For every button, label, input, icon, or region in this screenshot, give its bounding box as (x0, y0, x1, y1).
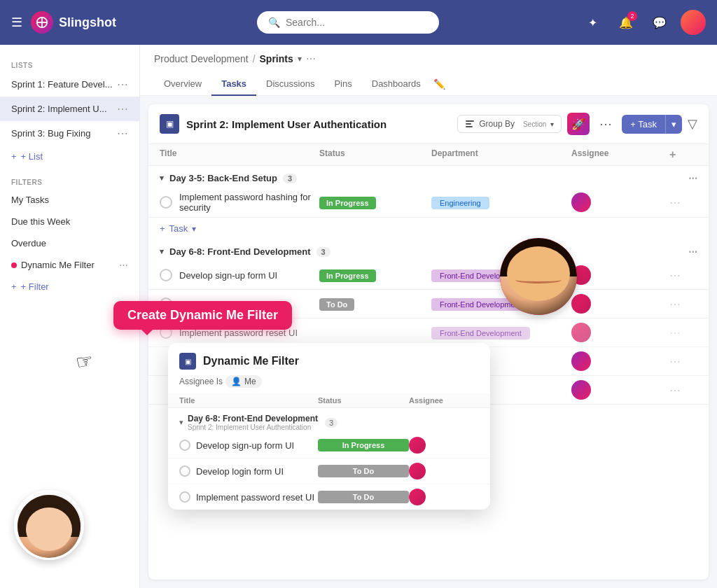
svg-rect-3 (466, 120, 474, 122)
sparkle-button[interactable]: ✦ (580, 10, 605, 35)
search-input[interactable] (286, 17, 428, 28)
filter-more-icon[interactable]: ⋯ (119, 260, 128, 270)
add-task-inline-label: Task (169, 223, 188, 234)
task-assignee (571, 265, 669, 285)
notification-button[interactable]: 🔔 2 (613, 10, 639, 35)
tab-dashboards[interactable]: Dashboards (362, 73, 431, 96)
section-frontend-chevron-icon[interactable]: ▾ (160, 247, 164, 256)
add-filter-label: + Filter (21, 281, 49, 292)
filter-dynamic-me[interactable]: Dynamic Me Filter ⋯ (0, 254, 139, 276)
task-check[interactable] (160, 196, 172, 209)
sprint2-label: Sprint 2: Implement U... (11, 104, 117, 114)
task-assignee (571, 380, 669, 400)
section-backend-name: Day 3-5: Back-End Setup (169, 173, 277, 183)
section-backend-more-icon[interactable]: ⋯ (688, 173, 697, 183)
section-frontend-name: Day 6-8: Front-End Development (169, 246, 311, 257)
filter-popup-icon: ▣ (179, 353, 196, 370)
task-more-icon[interactable]: ⋯ (669, 196, 697, 209)
filter-button[interactable]: ▽ (688, 116, 697, 132)
filter-section-row: ▾ Day 6-8: Front-End Development Sprint … (168, 408, 490, 433)
breadcrumb-current: Sprints (260, 53, 293, 64)
task-assignee (571, 192, 669, 212)
sprint2-more-icon[interactable]: ⋯ (117, 102, 128, 115)
filter-task-row: Implement password reset UI To Do (168, 484, 490, 510)
sprint-more-button[interactable]: ⋯ (595, 113, 616, 134)
group-by-button[interactable]: Group By Section ▾ (457, 115, 562, 133)
breadcrumb: Product Development / Sprints ▾ ⋯ (154, 53, 703, 64)
group-by-label: Group By (479, 119, 515, 129)
female-avatar-face (18, 495, 81, 558)
task-header-right: Group By Section ▾ 🚀 ⋯ + Task ▾ ▽ (457, 113, 697, 135)
filter-due-week[interactable]: Due this Week (0, 211, 139, 232)
filter-popup: ▣ Dynamic Me Filter Assignee Is 👤 Me Tit… (168, 343, 490, 510)
group-by-chevron-icon: ▾ (550, 120, 554, 128)
add-task-inline[interactable]: + Task ▾ (148, 218, 709, 239)
app-name: Slingshot (59, 15, 116, 30)
plus-list-icon: + (11, 151, 17, 162)
logo-area: Slingshot (31, 11, 116, 34)
filter-task-name: Develop sign-up form UI (196, 440, 294, 451)
task-more-icon[interactable]: ⋯ (669, 326, 697, 340)
filter-status-badge: In Progress (318, 439, 409, 451)
section-chevron-icon[interactable]: ▾ (160, 174, 164, 183)
section-frontend-count: 3 (316, 247, 330, 257)
status-badge-in-progress: In Progress (319, 197, 376, 209)
add-list-button[interactable]: + + List (0, 146, 139, 167)
add-task-label[interactable]: + Task (622, 115, 665, 134)
tab-pins[interactable]: Pins (324, 73, 361, 96)
filter-dot-icon (11, 262, 17, 268)
filter-check[interactable] (179, 491, 190, 503)
breadcrumb-parent[interactable]: Product Development (154, 53, 249, 64)
hamburger-icon[interactable]: ☰ (11, 15, 22, 30)
filter-task-name-cell: Develop sign-up form UI (179, 440, 318, 451)
sidebar-item-sprint1[interactable]: Sprint 1: Feature Devel... ⋯ (0, 72, 139, 97)
task-more-icon[interactable]: ⋯ (669, 269, 697, 282)
rocket-button[interactable]: 🚀 (567, 113, 590, 135)
filter-assignee-avatar (409, 463, 426, 479)
filter-section-chevron-icon: ▾ (179, 418, 183, 427)
tab-tasks[interactable]: Tasks (211, 73, 256, 96)
filter-overdue[interactable]: Overdue (0, 232, 139, 254)
edit-icon[interactable]: ✏️ (431, 73, 448, 95)
search-bar[interactable]: 🔍 (257, 11, 439, 34)
female-user-avatar (14, 490, 84, 560)
tabs-bar: Overview Tasks Discussions Pins Dashboar… (154, 73, 703, 95)
tab-overview[interactable]: Overview (154, 73, 211, 96)
sprint1-more-icon[interactable]: ⋯ (117, 78, 128, 91)
user-avatar[interactable] (681, 10, 706, 35)
task-more-icon[interactable]: ⋯ (669, 355, 697, 368)
sidebar-item-sprint3[interactable]: Sprint 3: Bug Fixing ⋯ (0, 121, 139, 146)
me-label: Me (244, 377, 256, 386)
sprint1-label: Sprint 1: Feature Devel... (11, 79, 117, 90)
add-task-plus-icon: + (160, 223, 165, 234)
nav-right: ✦ 🔔 2 💬 (580, 10, 706, 35)
breadcrumb-more[interactable]: ⋯ (306, 53, 316, 64)
svg-rect-5 (466, 126, 473, 127)
task-check[interactable] (160, 269, 172, 281)
top-navigation: ☰ Slingshot 🔍 ✦ 🔔 2 💬 (0, 0, 717, 45)
section-backend: ▾ Day 3-5: Back-End Setup 3 ⋯ (148, 166, 709, 188)
assignee-is-label: Assignee Is (179, 377, 223, 386)
add-task-arrow[interactable]: ▾ (665, 115, 682, 134)
add-task-button[interactable]: + Task ▾ (622, 115, 682, 134)
filter-my-tasks[interactable]: My Tasks (0, 189, 139, 211)
chat-button[interactable]: 💬 (647, 10, 672, 35)
filter-check[interactable] (179, 465, 190, 477)
sprint3-more-icon[interactable]: ⋯ (117, 127, 128, 140)
col-add[interactable]: + (669, 148, 697, 161)
filter-check[interactable] (179, 440, 190, 451)
breadcrumb-chevron-icon[interactable]: ▾ (298, 54, 302, 64)
section-frontend-more-icon[interactable]: ⋯ (688, 246, 697, 257)
sidebar-item-sprint2[interactable]: Sprint 2: Implement U... ⋯ (0, 97, 139, 121)
add-filter-button[interactable]: + + Filter (0, 276, 139, 298)
tab-discussions[interactable]: Discussions (256, 73, 324, 96)
task-more-icon[interactable]: ⋯ (669, 384, 697, 397)
logo-icon (31, 11, 53, 34)
filter-task-row: Develop sign-up form UI In Progress (168, 433, 490, 458)
task-status: In Progress (319, 196, 431, 209)
task-assignee (571, 294, 669, 314)
add-task-inline-chevron-icon[interactable]: ▾ (192, 224, 196, 234)
section-backend-count: 3 (283, 174, 297, 183)
task-more-icon[interactable]: ⋯ (669, 298, 697, 311)
breadcrumb-area: Product Development / Sprints ▾ ⋯ Overvi… (140, 45, 717, 96)
